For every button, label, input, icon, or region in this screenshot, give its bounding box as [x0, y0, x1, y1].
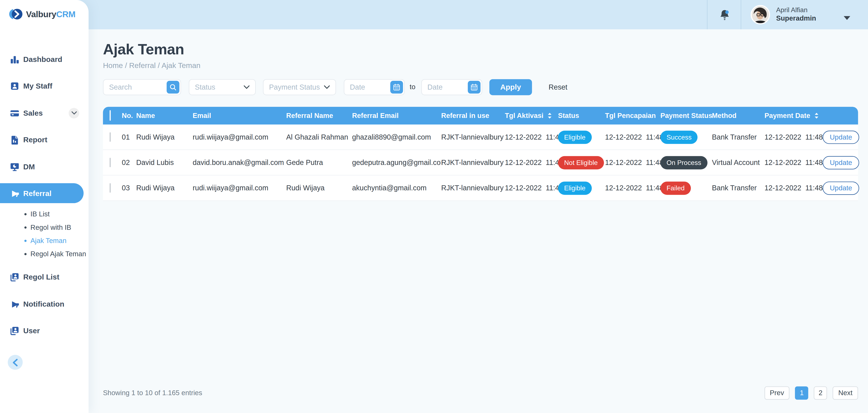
payment-status-badge: Success: [660, 130, 698, 144]
bullet-icon: [24, 226, 27, 229]
col-referral-name: Referral Name: [286, 112, 352, 120]
sidebar-item-label: Sales: [23, 109, 43, 117]
status-select[interactable]: Status: [189, 79, 256, 95]
sidebar-subitem-regol-ajak-teman[interactable]: Regol Ajak Teman: [0, 247, 89, 261]
sidebar-item-regol-list[interactable]: Regol List: [0, 267, 89, 287]
user-info: April Alfian Superadmin: [776, 6, 816, 23]
table-row: 01 Rudi Wijaya rudi.wiijaya@gmail.com Al…: [103, 125, 858, 150]
sidebar-subitem-label: Ajak Teman: [30, 237, 66, 245]
sidebar-subitem-ib-list[interactable]: IB List: [0, 208, 89, 221]
update-button[interactable]: Update: [823, 156, 859, 169]
sidebar-subitem-regol-with-ib[interactable]: Regol with IB: [0, 221, 89, 234]
reset-button[interactable]: Reset: [549, 79, 567, 95]
row-checkbox[interactable]: [110, 132, 111, 142]
cell-referral-in-use: RJKT-lannievalbury: [441, 158, 505, 167]
breadcrumb: Home / Referral / Ajak Teman: [103, 62, 200, 70]
topbar-divider: [707, 0, 708, 29]
apply-button[interactable]: Apply: [489, 79, 532, 95]
cell-name: Rudi Wijaya: [136, 184, 193, 192]
chevron-down-icon: [244, 85, 250, 89]
sort-icon[interactable]: [814, 112, 818, 119]
col-payment-status: Payment Status: [660, 112, 712, 120]
calendar-icon: [393, 83, 401, 92]
person-card-icon: [9, 80, 20, 91]
col-payment-date: Payment Date: [765, 112, 823, 120]
user-role: Superadmin: [776, 14, 816, 23]
sidebar-item-user[interactable]: User: [0, 320, 89, 340]
user-avatar[interactable]: [751, 5, 770, 24]
stacked-person-card-icon: [9, 271, 20, 283]
sidebar-subitem-label: IB List: [30, 210, 50, 218]
sidebar: ValburyCRM Dashboard My Staff Sales: [0, 0, 89, 413]
pagination-next-button[interactable]: Next: [833, 386, 858, 400]
row-checkbox[interactable]: [110, 183, 111, 193]
sidebar-item-label: DM: [23, 162, 35, 171]
sidebar-item-notification[interactable]: Notification: [0, 294, 89, 314]
col-tgl-pencapaian: Tgl Pencapaian: [605, 112, 660, 120]
sales-expand-button[interactable]: [69, 108, 79, 118]
status-badge: Eligible: [558, 181, 592, 194]
chevron-left-icon: [12, 358, 18, 366]
cell-payment-date: 12-12-2022 11:48: [765, 158, 823, 167]
pagination-page-1-button[interactable]: 1: [795, 386, 808, 400]
sidebar-item-dm[interactable]: DM: [0, 157, 89, 177]
sidebar-subitem-ajak-teman[interactable]: Ajak Teman: [0, 234, 89, 247]
report-document-icon: [9, 134, 20, 145]
monitor-pie-icon: [9, 161, 20, 172]
pagination-prev-button[interactable]: Prev: [764, 386, 790, 400]
cell-email: rudi.wiijaya@gmail.com: [193, 184, 286, 192]
date-from-calendar-button[interactable]: [390, 81, 403, 94]
user-menu-caret[interactable]: [844, 13, 850, 23]
avatar-portrait: [752, 6, 769, 23]
sidebar-subitem-label: Regol Ajak Teman: [30, 250, 86, 258]
chevron-down-icon: [71, 111, 76, 115]
cell-tgl-pencapaian: 12-12-2022 11:48: [605, 184, 660, 192]
sidebar-item-dashboard[interactable]: Dashboard: [0, 49, 89, 69]
col-name: Name: [136, 112, 193, 120]
stacked-person-card-icon: [9, 325, 20, 336]
pagination-page-2-button[interactable]: 2: [814, 386, 827, 400]
referral-table: No. Name Email Referral Name Referral Em…: [103, 107, 858, 201]
payment-status-select-placeholder: Payment Status: [269, 83, 320, 92]
sidebar-item-label: User: [23, 326, 40, 335]
sidebar-item-report[interactable]: Report: [0, 129, 89, 150]
date-to-calendar-button[interactable]: [468, 81, 480, 94]
cell-tgl-pencapaian: 12-12-2022 11:48: [605, 133, 660, 141]
sidebar-item-referral[interactable]: Referral: [0, 183, 84, 203]
cell-referral-name: Rudi Wijaya: [286, 184, 352, 192]
cell-referral-email: akuchyntia@gmail.com: [352, 184, 441, 192]
sidebar-item-label: Notification: [23, 300, 64, 308]
col-label: Tgl Pencapaian: [605, 112, 656, 120]
payment-status-badge: Failed: [660, 181, 691, 194]
search-button[interactable]: [167, 81, 180, 94]
sidebar-item-label: Referral: [23, 189, 52, 197]
cell-method: Virtual Account: [712, 158, 765, 167]
select-all-checkbox[interactable]: [110, 110, 111, 121]
col-referral-in-use: Referral in use: [441, 112, 505, 120]
cell-no: 02: [122, 158, 136, 167]
sort-icon[interactable]: [547, 112, 552, 119]
credit-card-icon: [9, 107, 20, 119]
cell-tgl-aktivasi: 12-12-2022 11:48: [505, 184, 558, 192]
update-button[interactable]: Update: [823, 181, 859, 194]
cell-tgl-aktivasi: 12-12-2022 11:48: [505, 133, 558, 141]
sidebar-item-my-staff[interactable]: My Staff: [0, 76, 89, 96]
row-checkbox[interactable]: [110, 158, 111, 167]
sidebar-collapse-button[interactable]: [8, 355, 23, 370]
col-referral-email: Referral Email: [352, 112, 441, 120]
sidebar-item-sales[interactable]: Sales: [0, 103, 89, 123]
payment-status-select[interactable]: Payment Status: [263, 79, 336, 95]
table-footer: Showing 1 to 10 of 1.165 entries Prev 1 …: [103, 384, 858, 402]
megaphone-icon: [9, 298, 20, 310]
sidebar-subitem-label: Regol with IB: [30, 224, 71, 231]
cell-tgl-pencapaian: 12-12-2022 11:48: [605, 158, 660, 167]
valbury-logo-icon: [9, 7, 23, 21]
user-name: April Alfian: [776, 6, 816, 14]
cell-email: david.boru.anak@gmail.com: [193, 158, 286, 167]
update-button[interactable]: Update: [823, 130, 859, 144]
cell-referral-in-use: RJKT-lannievalbury: [441, 133, 505, 141]
notification-bell-button[interactable]: [718, 8, 731, 22]
bell-icon: [718, 8, 731, 22]
sidebar-item-label: Report: [23, 135, 48, 144]
sidebar-item-label: Regol List: [23, 273, 59, 281]
